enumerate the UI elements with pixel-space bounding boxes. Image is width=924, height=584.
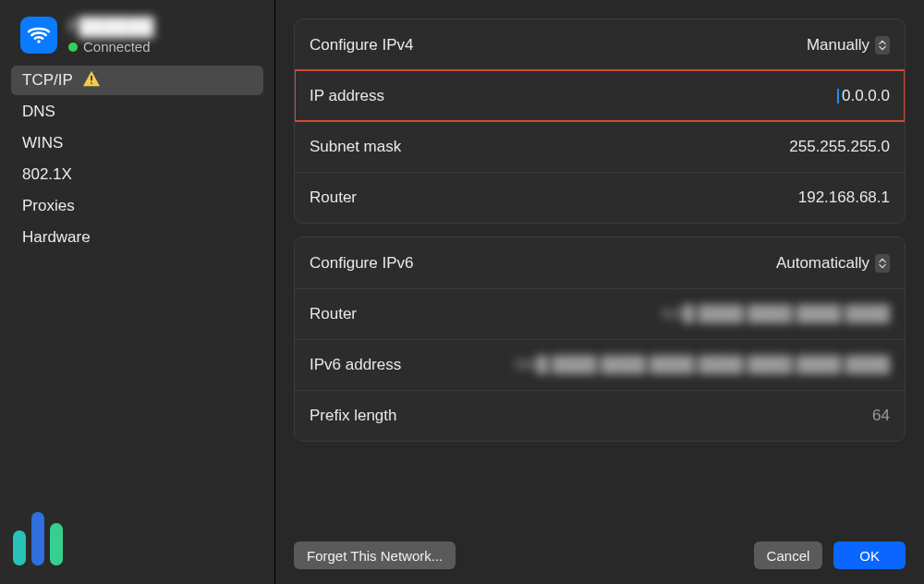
nav-label: TCP/IP <box>22 71 73 90</box>
ok-button[interactable]: OK <box>833 541 906 569</box>
chevron-up-down-icon <box>875 254 890 273</box>
value-prefix-length: 64 <box>872 407 890 425</box>
connection-status: Connected <box>68 39 153 55</box>
nav-label: DNS <box>22 103 55 121</box>
label-ipv6-address: IPv6 address <box>310 356 401 374</box>
label-router-ipv6: Router <box>310 305 357 323</box>
value-ipv6-address: fd6█:████:████:████:████:████:████:████ <box>515 356 890 374</box>
status-text: Connected <box>83 39 151 55</box>
row-ipv6-address: IPv6 address fd6█:████:████:████:████:██… <box>295 339 905 390</box>
network-header: F██████ Connected <box>0 11 274 62</box>
nav-label: 802.1X <box>22 165 72 184</box>
nav-label: Hardware <box>22 228 91 247</box>
nav-item-wins[interactable]: WINS <box>11 128 263 158</box>
select-configure-ipv6[interactable]: Automatically <box>776 254 890 273</box>
cancel-button[interactable]: Cancel <box>754 541 823 569</box>
forget-network-button[interactable]: Forget This Network... <box>294 541 456 569</box>
label-router-ipv4: Router <box>310 189 357 207</box>
svg-rect-2 <box>91 82 92 84</box>
sidebar: F██████ Connected TCP/IP DNS WINS 802.1X… <box>0 0 275 584</box>
wifi-icon <box>20 17 57 54</box>
network-name: F██████ <box>68 17 153 37</box>
row-prefix-length: Prefix length 64 <box>295 390 905 441</box>
status-dot-icon <box>68 43 78 52</box>
nav-label: Proxies <box>22 197 75 215</box>
label-subnet-mask: Subnet mask <box>310 138 401 156</box>
nav-item-tcpip[interactable]: TCP/IP <box>11 66 263 95</box>
row-configure-ipv6: Configure IPv6 Automatically <box>295 237 905 288</box>
input-ip-address[interactable]: 0.0.0.0 <box>842 87 890 105</box>
nav-item-proxies[interactable]: Proxies <box>11 191 263 221</box>
row-router-ipv6: Router fe8█:████:████:████:████ <box>295 288 905 339</box>
nav-item-8021x[interactable]: 802.1X <box>11 160 263 189</box>
label-ip-address: IP address <box>310 87 384 105</box>
input-subnet-mask[interactable]: 255.255.255.0 <box>789 138 890 156</box>
row-router-ipv4: Router 192.168.68.1 <box>295 172 905 223</box>
nav-list: TCP/IP DNS WINS 802.1X Proxies Hardware <box>0 66 274 252</box>
footer: Forget This Network... Cancel OK <box>294 527 906 569</box>
nav-item-dns[interactable]: DNS <box>11 97 263 127</box>
ipv4-group: Configure IPv4 Manually IP address 0.0.0… <box>294 18 906 224</box>
chevron-up-down-icon <box>875 36 890 55</box>
label-configure-ipv6: Configure IPv6 <box>310 254 413 273</box>
app-logo <box>13 512 63 566</box>
select-configure-ipv4[interactable]: Manually <box>807 36 890 55</box>
row-ip-address: IP address 0.0.0.0 <box>295 70 905 121</box>
warning-icon <box>82 70 101 91</box>
select-value: Automatically <box>776 254 869 273</box>
value-router-ipv6: fe8█:████:████:████:████ <box>662 305 890 323</box>
nav-item-hardware[interactable]: Hardware <box>11 223 263 252</box>
svg-rect-1 <box>91 75 92 80</box>
main-content: Configure IPv4 Manually IP address 0.0.0… <box>275 0 924 584</box>
input-router-ipv4[interactable]: 192.168.68.1 <box>798 189 890 207</box>
select-value: Manually <box>807 36 869 55</box>
ipv6-group: Configure IPv6 Automatically Router fe8█… <box>294 237 906 442</box>
label-configure-ipv4: Configure IPv4 <box>310 36 413 55</box>
label-prefix-length: Prefix length <box>310 407 397 425</box>
nav-label: WINS <box>22 134 63 152</box>
svg-point-0 <box>37 40 40 43</box>
row-subnet-mask: Subnet mask 255.255.255.0 <box>295 121 905 172</box>
row-configure-ipv4: Configure IPv4 Manually <box>295 19 905 70</box>
